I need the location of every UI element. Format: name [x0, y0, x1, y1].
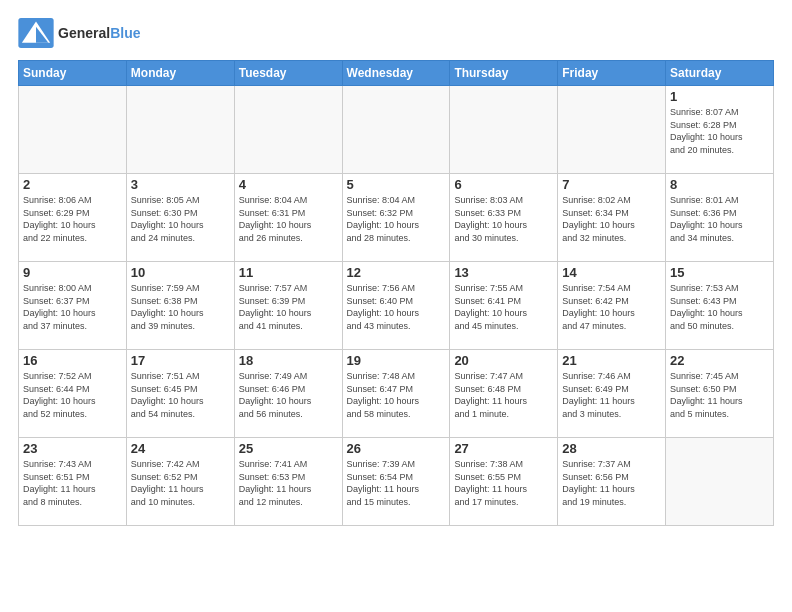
day-info: Sunrise: 7:39 AM Sunset: 6:54 PM Dayligh… [347, 458, 446, 508]
day-cell: 18Sunrise: 7:49 AM Sunset: 6:46 PM Dayli… [234, 350, 342, 438]
day-number: 22 [670, 353, 769, 368]
week-row-1: 1Sunrise: 8:07 AM Sunset: 6:28 PM Daylig… [19, 86, 774, 174]
weekday-header-sunday: Sunday [19, 61, 127, 86]
day-cell: 12Sunrise: 7:56 AM Sunset: 6:40 PM Dayli… [342, 262, 450, 350]
day-number: 4 [239, 177, 338, 192]
day-number: 13 [454, 265, 553, 280]
day-number: 16 [23, 353, 122, 368]
day-number: 24 [131, 441, 230, 456]
day-cell [342, 86, 450, 174]
day-cell: 10Sunrise: 7:59 AM Sunset: 6:38 PM Dayli… [126, 262, 234, 350]
day-cell: 7Sunrise: 8:02 AM Sunset: 6:34 PM Daylig… [558, 174, 666, 262]
day-number: 15 [670, 265, 769, 280]
day-number: 20 [454, 353, 553, 368]
day-info: Sunrise: 7:41 AM Sunset: 6:53 PM Dayligh… [239, 458, 338, 508]
day-number: 25 [239, 441, 338, 456]
day-number: 9 [23, 265, 122, 280]
day-info: Sunrise: 7:48 AM Sunset: 6:47 PM Dayligh… [347, 370, 446, 420]
week-row-3: 9Sunrise: 8:00 AM Sunset: 6:37 PM Daylig… [19, 262, 774, 350]
day-number: 17 [131, 353, 230, 368]
day-cell: 27Sunrise: 7:38 AM Sunset: 6:55 PM Dayli… [450, 438, 558, 526]
day-cell: 4Sunrise: 8:04 AM Sunset: 6:31 PM Daylig… [234, 174, 342, 262]
day-info: Sunrise: 8:01 AM Sunset: 6:36 PM Dayligh… [670, 194, 769, 244]
day-info: Sunrise: 8:02 AM Sunset: 6:34 PM Dayligh… [562, 194, 661, 244]
day-cell: 24Sunrise: 7:42 AM Sunset: 6:52 PM Dayli… [126, 438, 234, 526]
day-number: 14 [562, 265, 661, 280]
day-number: 11 [239, 265, 338, 280]
day-cell: 21Sunrise: 7:46 AM Sunset: 6:49 PM Dayli… [558, 350, 666, 438]
day-cell: 3Sunrise: 8:05 AM Sunset: 6:30 PM Daylig… [126, 174, 234, 262]
day-info: Sunrise: 7:42 AM Sunset: 6:52 PM Dayligh… [131, 458, 230, 508]
week-row-2: 2Sunrise: 8:06 AM Sunset: 6:29 PM Daylig… [19, 174, 774, 262]
day-number: 1 [670, 89, 769, 104]
day-number: 27 [454, 441, 553, 456]
day-info: Sunrise: 7:54 AM Sunset: 6:42 PM Dayligh… [562, 282, 661, 332]
day-cell: 15Sunrise: 7:53 AM Sunset: 6:43 PM Dayli… [666, 262, 774, 350]
day-cell [666, 438, 774, 526]
week-row-4: 16Sunrise: 7:52 AM Sunset: 6:44 PM Dayli… [19, 350, 774, 438]
day-number: 10 [131, 265, 230, 280]
day-info: Sunrise: 8:07 AM Sunset: 6:28 PM Dayligh… [670, 106, 769, 156]
day-number: 7 [562, 177, 661, 192]
day-number: 28 [562, 441, 661, 456]
weekday-header-friday: Friday [558, 61, 666, 86]
day-info: Sunrise: 7:47 AM Sunset: 6:48 PM Dayligh… [454, 370, 553, 420]
day-info: Sunrise: 7:57 AM Sunset: 6:39 PM Dayligh… [239, 282, 338, 332]
header: GeneralBlue [18, 18, 774, 48]
day-number: 19 [347, 353, 446, 368]
day-cell: 22Sunrise: 7:45 AM Sunset: 6:50 PM Dayli… [666, 350, 774, 438]
day-info: Sunrise: 7:38 AM Sunset: 6:55 PM Dayligh… [454, 458, 553, 508]
day-info: Sunrise: 7:43 AM Sunset: 6:51 PM Dayligh… [23, 458, 122, 508]
day-cell: 2Sunrise: 8:06 AM Sunset: 6:29 PM Daylig… [19, 174, 127, 262]
day-info: Sunrise: 7:37 AM Sunset: 6:56 PM Dayligh… [562, 458, 661, 508]
day-info: Sunrise: 8:00 AM Sunset: 6:37 PM Dayligh… [23, 282, 122, 332]
day-info: Sunrise: 7:52 AM Sunset: 6:44 PM Dayligh… [23, 370, 122, 420]
day-cell [19, 86, 127, 174]
day-cell: 9Sunrise: 8:00 AM Sunset: 6:37 PM Daylig… [19, 262, 127, 350]
day-cell: 17Sunrise: 7:51 AM Sunset: 6:45 PM Dayli… [126, 350, 234, 438]
logo: GeneralBlue [18, 18, 140, 48]
day-cell [126, 86, 234, 174]
day-cell [234, 86, 342, 174]
day-cell: 14Sunrise: 7:54 AM Sunset: 6:42 PM Dayli… [558, 262, 666, 350]
day-info: Sunrise: 8:05 AM Sunset: 6:30 PM Dayligh… [131, 194, 230, 244]
day-cell [558, 86, 666, 174]
weekday-header-tuesday: Tuesday [234, 61, 342, 86]
weekday-header-thursday: Thursday [450, 61, 558, 86]
day-info: Sunrise: 7:49 AM Sunset: 6:46 PM Dayligh… [239, 370, 338, 420]
day-cell: 5Sunrise: 8:04 AM Sunset: 6:32 PM Daylig… [342, 174, 450, 262]
day-cell: 19Sunrise: 7:48 AM Sunset: 6:47 PM Dayli… [342, 350, 450, 438]
day-cell [450, 86, 558, 174]
day-info: Sunrise: 7:45 AM Sunset: 6:50 PM Dayligh… [670, 370, 769, 420]
day-cell: 13Sunrise: 7:55 AM Sunset: 6:41 PM Dayli… [450, 262, 558, 350]
day-number: 5 [347, 177, 446, 192]
day-info: Sunrise: 8:04 AM Sunset: 6:32 PM Dayligh… [347, 194, 446, 244]
day-info: Sunrise: 8:06 AM Sunset: 6:29 PM Dayligh… [23, 194, 122, 244]
weekday-header-row: SundayMondayTuesdayWednesdayThursdayFrid… [19, 61, 774, 86]
day-cell: 16Sunrise: 7:52 AM Sunset: 6:44 PM Dayli… [19, 350, 127, 438]
day-info: Sunrise: 7:55 AM Sunset: 6:41 PM Dayligh… [454, 282, 553, 332]
day-number: 2 [23, 177, 122, 192]
calendar: SundayMondayTuesdayWednesdayThursdayFrid… [18, 60, 774, 526]
day-info: Sunrise: 8:03 AM Sunset: 6:33 PM Dayligh… [454, 194, 553, 244]
day-info: Sunrise: 7:53 AM Sunset: 6:43 PM Dayligh… [670, 282, 769, 332]
day-cell: 1Sunrise: 8:07 AM Sunset: 6:28 PM Daylig… [666, 86, 774, 174]
day-cell: 11Sunrise: 7:57 AM Sunset: 6:39 PM Dayli… [234, 262, 342, 350]
logo-text: GeneralBlue [58, 25, 140, 41]
day-number: 3 [131, 177, 230, 192]
day-info: Sunrise: 7:51 AM Sunset: 6:45 PM Dayligh… [131, 370, 230, 420]
day-number: 18 [239, 353, 338, 368]
day-info: Sunrise: 8:04 AM Sunset: 6:31 PM Dayligh… [239, 194, 338, 244]
page: GeneralBlue SundayMondayTuesdayWednesday… [0, 0, 792, 536]
day-cell: 25Sunrise: 7:41 AM Sunset: 6:53 PM Dayli… [234, 438, 342, 526]
day-number: 12 [347, 265, 446, 280]
day-number: 21 [562, 353, 661, 368]
day-cell: 28Sunrise: 7:37 AM Sunset: 6:56 PM Dayli… [558, 438, 666, 526]
day-number: 23 [23, 441, 122, 456]
day-cell: 26Sunrise: 7:39 AM Sunset: 6:54 PM Dayli… [342, 438, 450, 526]
day-cell: 8Sunrise: 8:01 AM Sunset: 6:36 PM Daylig… [666, 174, 774, 262]
weekday-header-saturday: Saturday [666, 61, 774, 86]
day-info: Sunrise: 7:56 AM Sunset: 6:40 PM Dayligh… [347, 282, 446, 332]
day-info: Sunrise: 7:59 AM Sunset: 6:38 PM Dayligh… [131, 282, 230, 332]
weekday-header-wednesday: Wednesday [342, 61, 450, 86]
